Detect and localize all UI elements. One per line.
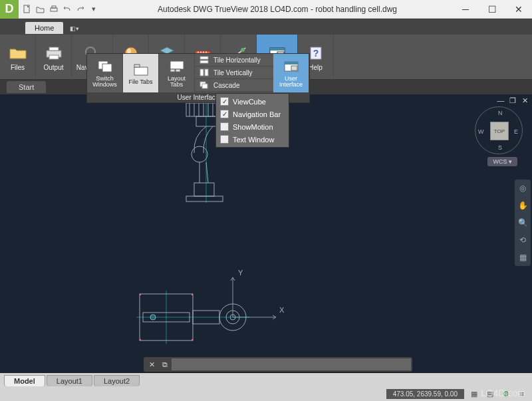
status-bar: 473.05, 2639.59, 0.00 ▦ ▤ ⚙ ≡ xyxy=(0,386,532,401)
checkbox-icon xyxy=(220,122,229,131)
svg-rect-51 xyxy=(192,339,193,340)
windows-icon xyxy=(97,59,113,74)
svg-rect-61 xyxy=(200,69,203,76)
maximize-button[interactable]: ☐ xyxy=(479,0,505,19)
ribbon-output[interactable]: Output xyxy=(36,35,72,80)
dd-file-tabs[interactable]: File Tabs xyxy=(123,54,159,92)
printer-icon xyxy=(45,44,63,63)
svg-rect-2 xyxy=(52,6,56,8)
dd-tile-horizontally[interactable]: Tile Horizontally xyxy=(195,54,273,67)
nav-showmotion-icon[interactable]: ▦ xyxy=(515,249,531,266)
tab-layout1[interactable]: Layout1 xyxy=(47,375,92,386)
check-viewcube[interactable]: ✓ViewCube xyxy=(217,95,287,108)
tab-model[interactable]: Model xyxy=(4,375,45,386)
axis-x-label: X xyxy=(279,306,284,314)
svg-rect-64 xyxy=(202,84,207,88)
qat-print-icon[interactable] xyxy=(48,3,60,15)
check-showmotion[interactable]: ShowMotion xyxy=(217,120,287,133)
cmd-options-icon[interactable]: ⧉ xyxy=(158,358,172,370)
svg-rect-53 xyxy=(102,64,112,72)
qat-new-icon[interactable] xyxy=(21,3,33,15)
title-bar: D ▾ Autodesk DWG TrueView 2018 LO4D.com … xyxy=(0,0,532,19)
coordinates-display[interactable]: 473.05, 2639.59, 0.00 xyxy=(386,389,464,399)
svg-rect-56 xyxy=(170,61,184,69)
svg-rect-57 xyxy=(170,69,175,72)
tile-h-icon xyxy=(199,55,209,65)
axis-y-label: Y xyxy=(238,269,243,277)
svg-rect-1 xyxy=(51,8,57,11)
wcs-label[interactable]: WCS ▾ xyxy=(487,157,517,166)
check-navigation-bar[interactable]: ✓Navigation Bar xyxy=(217,108,287,120)
qat-undo-icon[interactable] xyxy=(61,3,73,15)
nav-wheel-icon[interactable]: ◎ xyxy=(515,180,531,197)
layout-tabs-icon xyxy=(169,59,185,74)
dd-tile-vertically[interactable]: Tile Vertically xyxy=(195,67,273,79)
svg-rect-34 xyxy=(194,183,214,196)
ribbon-tab-row: Home ◧▾ xyxy=(0,19,532,35)
svg-rect-59 xyxy=(200,57,208,59)
svg-rect-19 xyxy=(270,48,285,51)
app-icon[interactable]: D xyxy=(0,0,19,19)
svg-rect-4 xyxy=(49,47,59,51)
qat-dropdown-icon[interactable]: ▾ xyxy=(88,3,100,15)
canvas-close-icon[interactable]: ✕ xyxy=(520,96,529,105)
dd-cascade[interactable]: Cascade xyxy=(195,79,273,92)
quick-access-toolbar: ▾ xyxy=(19,3,102,15)
status-customize-icon[interactable]: ≡ xyxy=(516,388,528,399)
command-input[interactable] xyxy=(172,358,411,370)
svg-rect-60 xyxy=(200,61,208,63)
nav-zoom-icon[interactable]: 🔍 xyxy=(515,214,531,231)
layout-tabs-row: Model Layout1 Layout2 xyxy=(0,373,532,386)
dd-layout-tabs[interactable]: Layout Tabs xyxy=(159,54,195,92)
svg-rect-67 xyxy=(291,66,297,70)
svg-point-17 xyxy=(241,48,245,52)
qat-open-icon[interactable] xyxy=(35,3,47,15)
viewcube[interactable]: TOP N S E W xyxy=(475,106,523,154)
status-annotate-icon[interactable]: ⚙ xyxy=(500,388,512,399)
ui-icon xyxy=(283,59,299,74)
dd-switch-windows[interactable]: Switch Windows xyxy=(87,54,123,92)
svg-rect-55 xyxy=(134,65,140,67)
window-controls: ─ ☐ ✕ xyxy=(452,0,532,19)
svg-rect-66 xyxy=(285,62,298,65)
dd-user-interface[interactable]: User Interface xyxy=(273,54,309,92)
ui-check-menu: ✓ViewCube ✓Navigation Bar ShowMotion Tex… xyxy=(215,93,289,148)
close-button[interactable]: ✕ xyxy=(505,0,532,19)
cmd-close-icon[interactable]: ✕ xyxy=(145,358,158,370)
tab-dropdown-icon[interactable]: ◧▾ xyxy=(67,23,82,35)
checkbox-icon xyxy=(220,135,229,144)
nav-pan-icon[interactable]: ✋ xyxy=(515,197,531,214)
canvas-minimize-icon[interactable]: — xyxy=(496,96,505,105)
status-grid-icon[interactable]: ▤ xyxy=(484,388,496,399)
svg-rect-62 xyxy=(205,69,208,76)
start-tab[interactable]: Start xyxy=(7,81,46,93)
nav-orbit-icon[interactable]: ⟲ xyxy=(515,231,531,249)
viewcube-face[interactable]: TOP xyxy=(490,122,509,140)
status-model-icon[interactable]: ▦ xyxy=(468,388,480,399)
svg-rect-58 xyxy=(176,69,180,72)
checkbox-icon: ✓ xyxy=(220,97,229,106)
checkbox-icon: ✓ xyxy=(220,110,229,118)
cascade-icon xyxy=(199,80,209,90)
ribbon-files[interactable]: Files xyxy=(0,35,36,80)
viewcube-compass[interactable]: TOP N S E W xyxy=(475,106,523,154)
viewcube-south[interactable]: S xyxy=(498,144,502,151)
check-text-window[interactable]: Text Window xyxy=(217,133,287,146)
svg-text:?: ? xyxy=(313,48,319,59)
navigation-bar: ◎ ✋ 🔍 ⟲ ▦ xyxy=(515,180,531,266)
tab-home[interactable]: Home xyxy=(25,22,63,34)
canvas-restore-icon[interactable]: ❐ xyxy=(508,96,517,105)
folder-icon xyxy=(9,44,27,63)
command-bar: ✕ ⧉ xyxy=(144,357,412,372)
file-tabs-icon xyxy=(133,62,149,78)
svg-rect-5 xyxy=(49,55,59,59)
svg-rect-50 xyxy=(140,339,141,340)
minimize-button[interactable]: ─ xyxy=(452,0,479,19)
svg-rect-0 xyxy=(24,5,29,13)
viewcube-west[interactable]: W xyxy=(478,128,484,135)
viewcube-north[interactable]: N xyxy=(498,110,503,116)
drawing-robot-side xyxy=(133,274,299,367)
viewcube-east[interactable]: E xyxy=(514,128,518,135)
qat-redo-icon[interactable] xyxy=(74,3,86,15)
tab-layout2[interactable]: Layout2 xyxy=(94,375,140,386)
